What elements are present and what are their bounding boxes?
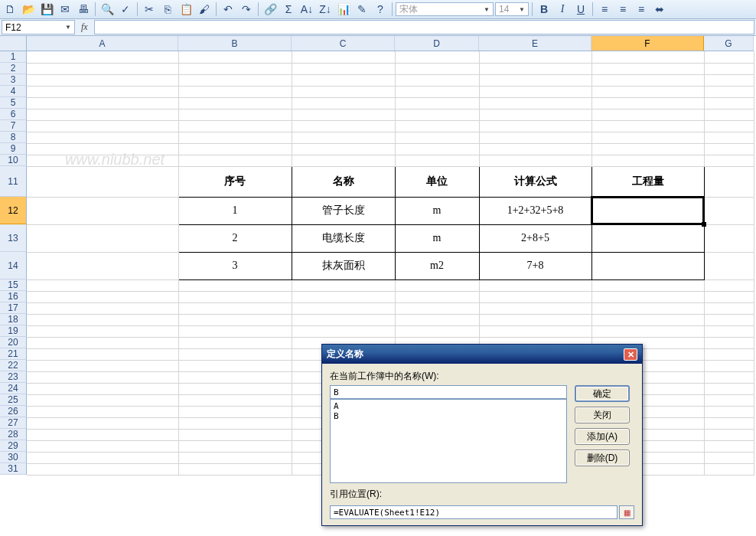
list-item[interactable]: A [334, 401, 563, 411]
cell-G9[interactable] [704, 143, 754, 155]
undo-icon[interactable]: ↶ [220, 2, 236, 17]
close-button[interactable]: 关闭 [575, 407, 630, 423]
cell-C8[interactable] [292, 132, 395, 143]
fx-icon[interactable]: fx [77, 21, 93, 33]
cell-C19[interactable] [292, 325, 395, 337]
row-header-7[interactable]: 7 [0, 120, 27, 132]
cell-C14[interactable]: 抹灰面积 [292, 252, 395, 279]
cell-A2[interactable] [27, 63, 178, 74]
cell-B16[interactable] [178, 291, 292, 302]
align-right-icon[interactable]: ≡ [633, 2, 650, 17]
cell-E3[interactable] [479, 74, 591, 86]
cell-B23[interactable] [178, 371, 292, 383]
cell-C11[interactable]: 名称 [292, 166, 395, 197]
row-header-20[interactable]: 20 [0, 337, 27, 348]
cell-A3[interactable] [27, 74, 178, 86]
cell-C9[interactable] [292, 143, 395, 155]
cell-A24[interactable] [27, 383, 178, 394]
cell-B30[interactable] [178, 452, 292, 463]
cell-C4[interactable] [292, 86, 395, 97]
names-listbox[interactable]: AB [330, 399, 567, 483]
cell-D7[interactable] [395, 120, 479, 132]
cell-B21[interactable] [178, 348, 292, 360]
preview-icon[interactable]: 🔍 [99, 2, 116, 17]
cell-F16[interactable] [591, 291, 704, 302]
cell-C17[interactable] [292, 302, 395, 314]
cell-E2[interactable] [479, 63, 591, 74]
cell-G8[interactable] [704, 132, 754, 143]
add-button[interactable]: 添加(A) [575, 428, 630, 445]
row-header-15[interactable]: 15 [0, 279, 27, 291]
formula-input[interactable] [94, 20, 754, 34]
cell-B12[interactable]: 1 [178, 197, 292, 224]
row-header-14[interactable]: 14 [0, 252, 27, 279]
align-center-icon[interactable]: ≡ [614, 2, 631, 17]
refers-to-input[interactable] [330, 505, 618, 519]
cell-B29[interactable] [178, 440, 292, 452]
cell-B31[interactable] [178, 463, 292, 475]
cell-E12[interactable]: 1+2+32+5+8 [479, 197, 591, 224]
cell-B2[interactable] [178, 63, 292, 74]
cell-F4[interactable] [591, 86, 704, 97]
cell-A4[interactable] [27, 86, 178, 97]
cell-A29[interactable] [27, 440, 178, 452]
cut-icon[interactable]: ✂ [141, 2, 158, 17]
row-header-21[interactable]: 21 [0, 348, 27, 360]
cell-B15[interactable] [178, 279, 292, 291]
row-header-19[interactable]: 19 [0, 325, 27, 337]
cell-C3[interactable] [292, 74, 395, 86]
cell-G4[interactable] [704, 86, 754, 97]
cell-A12[interactable] [27, 197, 178, 224]
row-header-5[interactable]: 5 [0, 97, 27, 109]
cell-E16[interactable] [479, 291, 591, 302]
cell-E9[interactable] [479, 143, 591, 155]
cell-D15[interactable] [395, 279, 479, 291]
format-painter-icon[interactable]: 🖌 [196, 2, 213, 17]
print-icon[interactable]: 🖶 [75, 2, 92, 17]
row-header-26[interactable]: 26 [0, 406, 27, 417]
cell-F13[interactable] [591, 224, 704, 252]
cell-G17[interactable] [704, 302, 754, 314]
column-header-A[interactable]: A [27, 36, 178, 51]
spelling-icon[interactable]: ✓ [117, 2, 134, 17]
cell-F14[interactable] [591, 252, 704, 279]
cell-E15[interactable] [479, 279, 591, 291]
cell-A6[interactable] [27, 109, 178, 120]
cell-C15[interactable] [292, 279, 395, 291]
cell-F8[interactable] [591, 132, 704, 143]
column-header-F[interactable]: F [591, 36, 704, 51]
cell-D6[interactable] [395, 109, 479, 120]
column-header-G[interactable]: G [704, 36, 754, 51]
cell-G3[interactable] [704, 74, 754, 86]
cell-E10[interactable] [479, 155, 591, 166]
column-header-D[interactable]: D [395, 36, 479, 51]
cell-E14[interactable]: 7+8 [479, 252, 591, 279]
cell-G24[interactable] [704, 383, 754, 394]
ok-button[interactable]: 确定 [575, 385, 630, 402]
row-header-29[interactable]: 29 [0, 440, 27, 452]
row-header-3[interactable]: 3 [0, 74, 27, 86]
cell-E18[interactable] [479, 314, 591, 325]
cell-A22[interactable] [27, 360, 178, 371]
row-header-4[interactable]: 4 [0, 86, 27, 97]
cell-A27[interactable] [27, 417, 178, 429]
cell-F7[interactable] [591, 120, 704, 132]
cell-F6[interactable] [591, 109, 704, 120]
cell-D2[interactable] [395, 63, 479, 74]
cell-C2[interactable] [292, 63, 395, 74]
cell-D1[interactable] [395, 51, 479, 63]
cell-F10[interactable] [591, 155, 704, 166]
cell-C6[interactable] [292, 109, 395, 120]
cell-B13[interactable]: 2 [178, 224, 292, 252]
cell-D3[interactable] [395, 74, 479, 86]
cell-G13[interactable] [704, 224, 754, 252]
row-header-28[interactable]: 28 [0, 429, 27, 440]
cell-B1[interactable] [178, 51, 292, 63]
cell-B11[interactable]: 序号 [178, 166, 292, 197]
cell-E1[interactable] [479, 51, 591, 63]
dialog-title-bar[interactable]: 定义名称 ✕ [322, 345, 642, 364]
cell-B27[interactable] [178, 417, 292, 429]
row-header-24[interactable]: 24 [0, 383, 27, 394]
merge-icon[interactable]: ⬌ [651, 2, 668, 17]
close-icon[interactable]: ✕ [624, 348, 637, 361]
